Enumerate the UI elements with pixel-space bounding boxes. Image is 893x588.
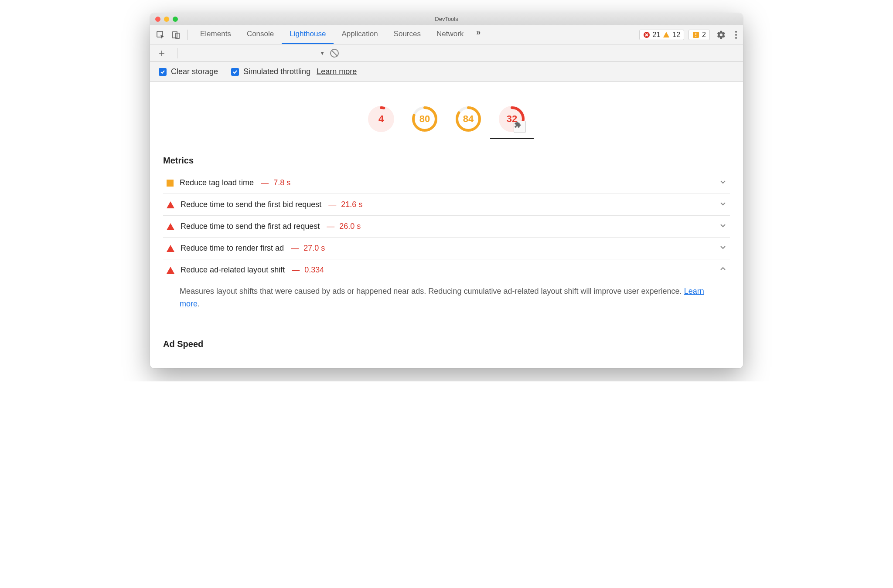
chevron-down-icon — [719, 222, 726, 231]
window-title: DevTools — [150, 16, 743, 22]
chevron-down-icon — [719, 178, 726, 187]
severity-fail-icon — [167, 267, 174, 274]
svg-rect-2 — [176, 33, 179, 38]
clear-storage-checkbox[interactable] — [159, 68, 167, 76]
score-gauge[interactable]: 32 — [499, 106, 525, 139]
divider — [177, 48, 177, 58]
audit-title: Reduce time to render first ad — [181, 244, 284, 253]
titlebar: DevTools — [150, 13, 743, 25]
report-content: 4 80 84 32 — [150, 82, 743, 368]
audit-row[interactable]: Reduce time to send the first bid reques… — [163, 194, 730, 215]
audit-value: 27.0 s — [303, 244, 325, 253]
tab-console[interactable]: Console — [239, 25, 282, 44]
error-count: 21 — [653, 31, 661, 39]
issue-icon — [692, 31, 699, 38]
right-controls: 21 12 2 — [639, 28, 740, 42]
audit-title: Reduce time to send the first bid reques… — [181, 200, 321, 209]
score-gauge[interactable]: 80 — [412, 106, 438, 139]
audit-value: 26.0 s — [339, 222, 361, 231]
tab-network[interactable]: Network — [429, 25, 471, 44]
severity-fail-icon — [167, 245, 174, 252]
chevron-down-icon — [719, 244, 726, 253]
more-menu-icon[interactable] — [733, 31, 740, 39]
issues-pill[interactable]: 2 — [688, 30, 710, 40]
error-icon — [643, 31, 650, 38]
issue-count: 2 — [702, 31, 706, 39]
audit-learn-more-link[interactable]: Learn more — [180, 287, 704, 308]
console-status-pill[interactable]: 21 12 — [639, 30, 685, 40]
svg-rect-1 — [173, 32, 177, 38]
score-gauge[interactable]: 4 — [368, 106, 394, 139]
audit-row[interactable]: Reduce ad-related layout shift — 0.334 — [163, 259, 730, 281]
divider — [187, 30, 188, 40]
score-gauge[interactable]: 84 — [455, 106, 481, 139]
dropdown-caret-icon: ▼ — [320, 50, 325, 56]
throttling-learn-more-link[interactable]: Learn more — [317, 67, 357, 76]
score-gauges: 4 80 84 32 — [150, 82, 743, 148]
metrics-heading: Metrics — [163, 148, 730, 172]
tab-sources[interactable]: Sources — [386, 25, 429, 44]
report-selector[interactable]: ▼ — [185, 50, 325, 56]
chevron-up-icon — [719, 265, 726, 275]
lighthouse-options-bar: Clear storage Simulated throttling Learn… — [150, 62, 743, 82]
clear-icon[interactable] — [330, 49, 339, 58]
inspect-element-icon[interactable] — [153, 28, 167, 42]
new-report-button[interactable]: + — [154, 47, 169, 59]
clear-storage-label: Clear storage — [171, 67, 218, 76]
audit-title: Reduce tag load time — [180, 178, 254, 187]
audit-title: Reduce ad-related layout shift — [181, 265, 285, 275]
audit-value: 21.6 s — [341, 200, 362, 209]
warning-count: 12 — [672, 31, 680, 39]
audit-value: 7.8 s — [273, 178, 290, 187]
audit-row[interactable]: Reduce time to send the first ad request… — [163, 215, 730, 237]
throttling-checkbox[interactable] — [231, 68, 239, 76]
audit-description: Measures layout shifts that were caused … — [163, 281, 730, 318]
tab-lighthouse[interactable]: Lighthouse — [282, 25, 334, 44]
settings-icon[interactable] — [714, 28, 728, 42]
audit-row[interactable]: Reduce tag load time — 7.8 s — [163, 172, 730, 194]
devtools-window: DevTools Elements Console Lighthouse App… — [150, 13, 743, 368]
svg-rect-5 — [695, 33, 696, 35]
audit-title: Reduce time to send the first ad request — [181, 222, 320, 231]
device-toolbar-icon[interactable] — [169, 28, 183, 42]
severity-average-icon — [167, 180, 174, 187]
adspeed-heading: Ad Speed — [163, 331, 730, 355]
panel-tabs: Elements Console Lighthouse Application … — [192, 25, 637, 44]
audit-row[interactable]: Reduce time to render first ad — 27.0 s — [163, 237, 730, 259]
warning-icon — [663, 31, 670, 38]
audit-value: 0.334 — [304, 265, 324, 275]
throttling-label: Simulated throttling — [243, 67, 310, 76]
main-tabbar: Elements Console Lighthouse Application … — [150, 25, 743, 44]
more-tabs-icon[interactable]: » — [471, 25, 485, 39]
chevron-down-icon — [719, 200, 726, 209]
svg-rect-6 — [695, 36, 696, 37]
severity-fail-icon — [167, 201, 174, 208]
lighthouse-subbar: + ▼ — [150, 44, 743, 62]
tab-application[interactable]: Application — [334, 25, 385, 44]
tab-elements[interactable]: Elements — [192, 25, 239, 44]
severity-fail-icon — [167, 223, 174, 230]
